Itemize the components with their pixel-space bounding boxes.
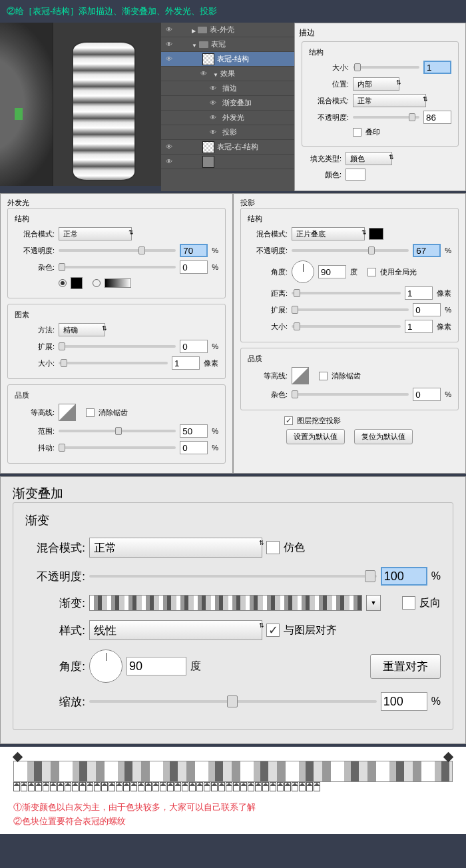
global-light-checkbox[interactable] xyxy=(367,268,376,276)
method-dropdown[interactable]: 精确 xyxy=(59,323,105,336)
size-slider[interactable] xyxy=(353,66,419,69)
blend-dropdown[interactable]: 正常 xyxy=(59,227,132,240)
style-dropdown[interactable]: 线性 xyxy=(89,620,262,640)
filltype-dropdown[interactable]: 颜色 xyxy=(346,152,392,165)
knockout-checkbox[interactable] xyxy=(284,416,293,425)
visibility-icon[interactable] xyxy=(164,25,174,35)
preview-canvas xyxy=(0,23,161,186)
align-checkbox[interactable] xyxy=(266,624,280,637)
gradient-preview[interactable] xyxy=(89,595,362,611)
angle-dial[interactable] xyxy=(89,650,122,683)
color-stop[interactable] xyxy=(13,782,20,791)
set-default-button[interactable]: 设置为默认值 xyxy=(286,429,345,444)
blend-dropdown[interactable]: 正常 xyxy=(89,538,262,558)
antialias-checkbox[interactable] xyxy=(86,408,95,417)
outer-glow-panel: 外发光 结构 混合模式:正常 不透明度:% 杂色:% 图素 方法:精确 扩展:%… xyxy=(0,193,233,474)
notes: ①渐变颜色以白灰为主，由于色块较多，大家可以自己联系了解 ②色块位置要符合表冠的… xyxy=(0,795,466,834)
gradient-dropdown[interactable] xyxy=(366,595,381,611)
opacity-slider[interactable] xyxy=(353,116,419,119)
opacity-input[interactable] xyxy=(423,111,451,124)
blend-dropdown[interactable]: 正片叠底 xyxy=(292,227,365,240)
overprint-checkbox[interactable] xyxy=(353,128,361,137)
gradient-radio[interactable] xyxy=(93,279,101,287)
angle-dial[interactable] xyxy=(292,260,314,283)
drop-shadow-panel: 投影 结构 混合模式:正片叠底 不透明度:% 角度:度 使用全局光 距离:像素 … xyxy=(233,193,466,474)
color-radio[interactable] xyxy=(59,279,67,287)
layer-crown-struct[interactable]: 表冠-结构 xyxy=(161,52,294,67)
dither-checkbox[interactable] xyxy=(266,541,280,554)
color-swatch[interactable] xyxy=(346,169,365,181)
blend-dropdown[interactable]: 正常 xyxy=(353,94,426,107)
reset-default-button[interactable]: 复位为默认值 xyxy=(354,429,413,444)
visibility-icon[interactable] xyxy=(164,39,174,50)
contour-picker[interactable] xyxy=(292,367,309,384)
step-title: ②给［表冠-结构］添加描边、渐变叠加、外发光、投影 xyxy=(0,0,466,23)
antialias-checkbox[interactable] xyxy=(319,372,328,380)
contour-picker[interactable] xyxy=(59,404,76,421)
reset-align-button[interactable]: 重置对齐 xyxy=(370,654,441,679)
gradient-overlay-panel: 渐变叠加 渐变 混合模式:正常仿色 不透明度:% 渐变:反向 样式:线性与图层对… xyxy=(0,476,466,744)
position-dropdown[interactable]: 内部 xyxy=(353,77,399,91)
crown-screw xyxy=(72,41,136,181)
size-input[interactable] xyxy=(423,61,451,74)
gradient-editor xyxy=(0,747,466,795)
layers-panel: 表-外壳 表冠 表冠-结构 效果 描边 渐变叠加 外发光 投影 表冠-右-结构 xyxy=(161,23,294,191)
stroke-panel: 描边 结构 大小: 位置:内部 混合模式:正常 不透明度: 叠印 填充类型:颜色… xyxy=(294,23,466,191)
reverse-checkbox[interactable] xyxy=(402,596,415,610)
